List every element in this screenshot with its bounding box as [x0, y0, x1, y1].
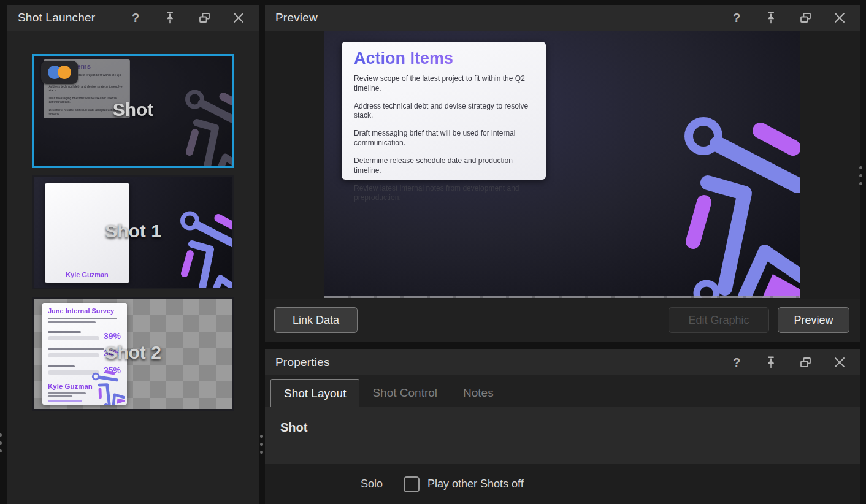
action-item: Determine release schedule date and prod…	[354, 156, 534, 176]
survey-card-author: Kyle Guzman	[48, 383, 93, 390]
help-icon[interactable]: ?	[730, 11, 743, 25]
undock-icon[interactable]	[799, 11, 812, 25]
video-bottom-strip	[324, 296, 800, 298]
preview-title: Preview	[275, 11, 318, 25]
tab-shot-layout[interactable]: Shot Layout	[270, 379, 359, 407]
shot-thumbnail-shot[interactable]: Action Items Review scope of the latest …	[32, 54, 234, 168]
shot-launcher-panel: Shot Launcher ? Action Items Review scop…	[7, 5, 259, 504]
action-item: Review scope of the latest project to fi…	[354, 74, 534, 94]
preview-header: Preview ?	[265, 5, 860, 31]
shot-section: Shot	[265, 407, 860, 464]
circuit-graphic-large	[669, 110, 800, 298]
shot-launcher-header: Shot Launcher ?	[7, 5, 259, 31]
edit-graphic-button: Edit Graphic	[669, 307, 769, 333]
close-icon[interactable]	[232, 11, 245, 25]
survey-card: June Internal Survey 39% 34% 25% Kyle Gu…	[42, 303, 127, 405]
action-items-card: Action Items Review scope of the latest …	[342, 42, 546, 180]
circuit-graphic-mini	[91, 369, 126, 405]
properties-header: Properties ?	[265, 349, 860, 375]
shot-section-title: Shot	[265, 407, 860, 435]
undock-icon[interactable]	[197, 11, 211, 25]
shot-list: Action Items Review scope of the latest …	[7, 31, 259, 411]
survey-stat-value: 34%	[104, 348, 121, 358]
window-right-resize-grip[interactable]	[859, 166, 862, 185]
preview-panel: Preview ? Action Items Review scope of t…	[265, 5, 860, 342]
survey-card-title: June Internal Survey	[48, 307, 114, 315]
live-state-dot	[58, 66, 71, 79]
solo-label: Solo	[361, 478, 383, 491]
properties-panel: Properties ? Shot Layout Shot Control No…	[265, 349, 860, 504]
help-icon[interactable]: ?	[730, 356, 743, 369]
preview-content: Action Items Review scope of the latest …	[265, 31, 860, 299]
shot1-card: Kyle Guzman	[45, 183, 129, 283]
link-data-button[interactable]: Link Data	[274, 307, 358, 333]
action-item: Review latest internal notes from develo…	[354, 184, 534, 204]
close-icon[interactable]	[833, 356, 846, 369]
shot-state-badge	[41, 61, 78, 84]
close-icon[interactable]	[833, 11, 846, 25]
action-item: Draft messaging brief that will be used …	[354, 129, 534, 148]
action-items-title: Action Items	[354, 49, 534, 68]
help-icon[interactable]: ?	[129, 11, 142, 25]
properties-title: Properties	[275, 356, 330, 369]
tab-notes[interactable]: Notes	[450, 379, 507, 407]
survey-stat-value: 39%	[104, 331, 121, 341]
solo-checkbox-label: Play other Shots off	[427, 478, 524, 491]
pin-icon[interactable]	[163, 11, 177, 25]
window-left-resize-grip[interactable]	[0, 433, 2, 452]
pin-icon[interactable]	[764, 356, 778, 369]
shot-thumbnail-shot1[interactable]: Kyle Guzman Shot 1	[32, 175, 234, 289]
action-item: Address technical debt and devise strate…	[354, 102, 534, 121]
pin-icon[interactable]	[764, 11, 778, 25]
application-window: Shot Launcher ? Action Items Review scop…	[0, 0, 866, 504]
solo-checkbox[interactable]	[404, 476, 420, 492]
shot-thumbnail-shot2[interactable]: June Internal Survey 39% 34% 25% Kyle Gu…	[32, 297, 234, 411]
properties-tabbar: Shot Layout Shot Control Notes	[265, 375, 860, 407]
solo-row: Solo Play other Shots off	[265, 464, 860, 504]
preview-video-frame: Action Items Review scope of the latest …	[324, 31, 800, 298]
undock-icon[interactable]	[799, 356, 812, 369]
preview-button[interactable]: Preview	[778, 307, 849, 333]
shot1-card-author: Kyle Guzman	[45, 271, 129, 278]
shot-launcher-title: Shot Launcher	[18, 11, 95, 25]
preview-button-row: Link Data Edit Graphic Preview	[265, 299, 860, 342]
tab-shot-control[interactable]: Shot Control	[359, 379, 450, 407]
panel-splitter-grip[interactable]	[260, 435, 263, 454]
